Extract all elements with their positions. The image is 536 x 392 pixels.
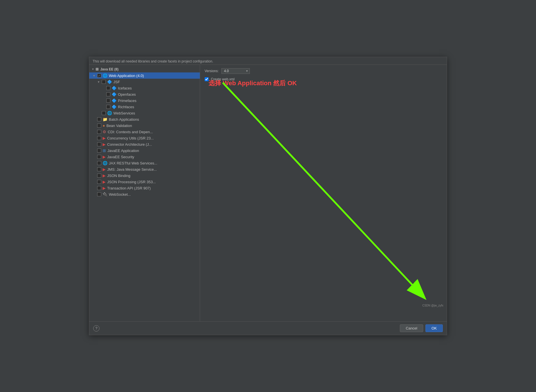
- item-label-bean-validation: Bean Validation: [106, 124, 132, 128]
- item-label-batch-applications: Batch Applications: [109, 117, 139, 122]
- item-icon-web-application: 🌐: [103, 73, 107, 78]
- item-label-cdi-contexts: CDI: Contexts and Depen...: [108, 130, 153, 134]
- item-label-primefaces: Primefaces: [118, 99, 136, 103]
- tree-item-cdi-contexts[interactable]: ⚙CDI: Contexts and Depen...: [89, 129, 200, 135]
- section-expand-icon: ▼: [92, 68, 94, 71]
- section-grid-icon: ⊞: [95, 67, 99, 71]
- item-icon-webservices: 🌐: [107, 111, 112, 115]
- checkbox-javaee-security[interactable]: [97, 155, 101, 159]
- item-icon-transaction-api: ▶: [103, 186, 106, 190]
- item-icon-connector-architecture: ▶: [103, 142, 106, 147]
- checkbox-json-processing[interactable]: [97, 180, 101, 184]
- versions-select[interactable]: 4.0 3.1 3.0: [221, 68, 250, 74]
- item-icon-jsf: 🔷: [107, 80, 112, 84]
- help-button[interactable]: ?: [93, 325, 99, 331]
- checkbox-openfaces[interactable]: [106, 92, 110, 96]
- expand-arrow: ▼: [97, 80, 101, 84]
- svg-line-1: [223, 83, 424, 297]
- checkbox-jax-restful[interactable]: [97, 161, 101, 165]
- left-panel: ▼ ⊞ Java EE (8) ▼🌐Web Application (4.0)▼…: [89, 65, 200, 321]
- item-label-javaee-application: JavaEE Application: [107, 149, 139, 153]
- checkbox-javaee-application[interactable]: [97, 149, 101, 153]
- item-icon-cdi-contexts: ⚙: [103, 130, 106, 134]
- item-label-jsf: JSF: [113, 80, 120, 84]
- checkbox-richfaces[interactable]: [106, 105, 110, 109]
- checkbox-primefaces[interactable]: [106, 99, 110, 103]
- checkbox-webservices[interactable]: [102, 111, 106, 115]
- right-panel: Versions: 4.0 3.1 3.0 Create web.xml 选择 …: [200, 65, 447, 321]
- checkbox-concurrency-utils[interactable]: [97, 136, 101, 140]
- tree-item-connector-architecture[interactable]: ▶Connector Architecture (J...: [89, 141, 200, 147]
- tree-item-transaction-api[interactable]: ▶Transaction API (JSR 907): [89, 185, 200, 191]
- checkbox-web-application[interactable]: [97, 74, 101, 78]
- footer-left: ?: [93, 325, 99, 331]
- item-icon-json-binding: ▶: [103, 173, 106, 178]
- checkbox-jsf[interactable]: [102, 80, 106, 84]
- footer-right: Cancel OK: [400, 324, 443, 332]
- create-xml-checkbox[interactable]: [205, 77, 209, 81]
- tree-item-jms[interactable]: ▶JMS: Java Message Service...: [89, 166, 200, 172]
- dialog: This will download all needed libraries …: [89, 57, 447, 335]
- item-label-concurrency-utils: Concurrency Utils (JSR 23...: [107, 136, 154, 140]
- dialog-footer: ? Cancel OK: [89, 321, 447, 335]
- checkbox-websocket[interactable]: [97, 192, 101, 196]
- cancel-button[interactable]: Cancel: [400, 324, 423, 332]
- tree-item-openfaces[interactable]: 🔷Openfaces: [89, 91, 200, 97]
- checkbox-bean-validation[interactable]: [97, 124, 101, 128]
- item-label-connector-architecture: Connector Architecture (J...: [107, 142, 152, 147]
- item-label-web-application: Web Application (4.0): [109, 74, 144, 78]
- item-label-webservices: WebServices: [113, 111, 135, 115]
- tree-item-javaee-security[interactable]: ▶JavaEE Security: [89, 154, 200, 160]
- tree-item-concurrency-utils[interactable]: ▶Concurrency Utils (JSR 23...: [89, 135, 200, 141]
- item-icon-websocket: 🔌: [103, 192, 107, 197]
- ok-button[interactable]: OK: [425, 324, 443, 332]
- create-xml-row: Create web.xml: [205, 77, 442, 81]
- item-label-richfaces: Richfaces: [118, 105, 134, 109]
- tree-item-icefaces[interactable]: 🔷Icefaces: [89, 85, 200, 91]
- checkbox-connector-architecture[interactable]: [97, 142, 101, 146]
- tree-item-json-processing[interactable]: ▶JSON Processing (JSR 353...: [89, 179, 200, 185]
- item-label-websocket: WebSocket...: [109, 192, 131, 197]
- item-icon-batch-applications: 📁: [103, 117, 107, 122]
- item-icon-jax-restful: 🌐: [103, 161, 107, 165]
- item-label-json-processing: JSON Processing (JSR 353...: [107, 180, 156, 184]
- tree-item-javaee-application[interactable]: ⊞JavaEE Application: [89, 147, 200, 154]
- expand-arrow: ▼: [93, 74, 97, 77]
- tree-container: ▼🌐Web Application (4.0)▼🔷JSF🔷Icefaces🔷Op…: [89, 72, 200, 197]
- tree-item-json-binding[interactable]: ▶JSON Binding: [89, 172, 200, 179]
- checkbox-jms[interactable]: [97, 167, 101, 171]
- dialog-body: ▼ ⊞ Java EE (8) ▼🌐Web Application (4.0)▼…: [89, 65, 447, 321]
- tree-item-web-application[interactable]: ▼🌐Web Application (4.0): [89, 72, 200, 79]
- item-label-json-binding: JSON Binding: [107, 174, 130, 178]
- tree-item-websocket[interactable]: 🔌WebSocket...: [89, 191, 200, 197]
- checkbox-icefaces[interactable]: [106, 86, 110, 90]
- create-xml-label: Create web.xml: [211, 77, 234, 81]
- versions-label: Versions:: [205, 69, 219, 73]
- item-icon-javaee-security: ▶: [103, 155, 106, 159]
- item-label-transaction-api: Transaction API (JSR 907): [107, 186, 151, 190]
- checkbox-batch-applications[interactable]: [97, 117, 101, 121]
- versions-row: Versions: 4.0 3.1 3.0: [205, 68, 442, 74]
- checkbox-transaction-api[interactable]: [97, 186, 101, 190]
- arrow-overlay: [200, 65, 447, 321]
- section-header: ▼ ⊞ Java EE (8): [89, 66, 200, 72]
- tree-item-primefaces[interactable]: 🔷Primefaces: [89, 97, 200, 104]
- checkbox-json-binding[interactable]: [97, 174, 101, 178]
- dialog-top-text: This will download all needed libraries …: [89, 57, 447, 65]
- tree-item-jax-restful[interactable]: 🌐JAX RESTful Web Services...: [89, 160, 200, 166]
- item-label-icefaces: Icefaces: [118, 86, 132, 90]
- item-icon-primefaces: 🔷: [112, 98, 117, 103]
- item-icon-icefaces: 🔷: [112, 86, 117, 90]
- item-icon-richfaces: 🔷: [112, 105, 117, 109]
- item-icon-bean-validation: ●: [103, 123, 105, 128]
- tree-item-jsf[interactable]: ▼🔷JSF: [89, 79, 200, 85]
- tree-item-bean-validation[interactable]: ●Bean Validation: [89, 122, 200, 129]
- versions-select-wrapper[interactable]: 4.0 3.1 3.0: [221, 68, 250, 74]
- item-label-jax-restful: JAX RESTful Web Services...: [109, 161, 157, 165]
- item-label-openfaces: Openfaces: [118, 92, 136, 97]
- tree-item-webservices[interactable]: 🌐WebServices: [89, 110, 200, 116]
- tree-item-batch-applications[interactable]: 📁Batch Applications: [89, 116, 200, 122]
- tree-item-richfaces[interactable]: 🔷Richfaces: [89, 104, 200, 110]
- checkbox-cdi-contexts[interactable]: [97, 130, 101, 134]
- item-label-jms: JMS: Java Message Service...: [107, 167, 157, 172]
